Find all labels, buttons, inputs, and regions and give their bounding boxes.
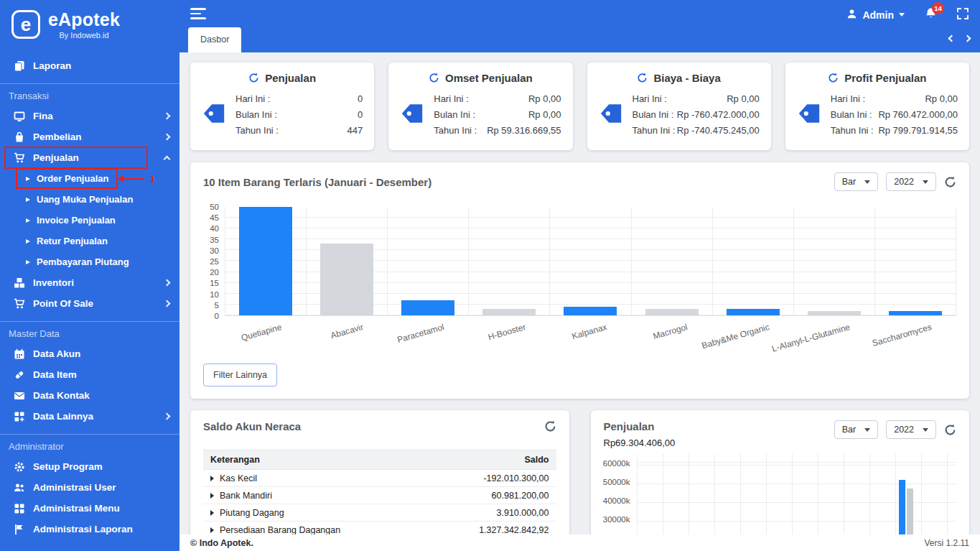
users-icon <box>13 482 25 494</box>
chart-type-value: Bar <box>842 177 856 187</box>
sidebar-subitem-retur-penjualan[interactable]: Retur Penjualan <box>0 231 179 251</box>
saldo-row[interactable]: Kas Kecil-192.010.300,00 <box>203 470 556 487</box>
chart-total-value: Rp69.304.406,00 <box>604 437 676 448</box>
refresh-icon[interactable] <box>944 424 956 436</box>
caret-down-icon <box>899 13 905 17</box>
sidebar-subitem-label: Retur Penjualan <box>37 236 108 246</box>
sidebar-subitem-pembayaran-piutang[interactable]: Pembayaran Piutang <box>0 251 179 272</box>
y-tick-label: 30 <box>210 246 219 255</box>
chart-bar[interactable] <box>564 307 617 315</box>
stat-label: Tahun Ini : <box>235 123 279 139</box>
sidebar-item-point-of-sale[interactable]: Point Of Sale <box>0 293 179 314</box>
account-balance: -192.010.300,00 <box>483 473 549 483</box>
refresh-icon[interactable] <box>429 73 439 83</box>
tab-scroll-right-icon[interactable] <box>964 35 971 42</box>
app-logo: e <box>11 10 40 39</box>
caret-down-icon <box>864 180 870 184</box>
sidebar-subitem-uang-muka-penjualan[interactable]: Uang Muka Penjualan <box>0 189 179 210</box>
chart-bar[interactable] <box>482 309 536 315</box>
x-axis-label: Macrogol <box>652 322 689 341</box>
refresh-icon[interactable] <box>828 73 839 83</box>
expand-arrow-icon[interactable] <box>210 476 214 481</box>
stat-card-profit-penjualan: Profit Penjualan Hari Ini :Rp 0,00 Bulan… <box>785 62 969 150</box>
tab-dasbor[interactable]: Dasbor <box>188 27 241 52</box>
tag-icon <box>599 101 623 129</box>
sidebar-item-inventori[interactable]: Inventori <box>0 272 179 293</box>
sidebar-item-fina[interactable]: Fina <box>0 106 179 126</box>
chart-bar[interactable] <box>889 311 942 315</box>
tab-scroll-left-icon[interactable] <box>948 35 956 42</box>
tag-icon <box>202 101 226 129</box>
sidebar-subitem-order-penjualan[interactable]: Order Penjualan 1 <box>0 168 179 189</box>
refresh-icon[interactable] <box>944 176 956 188</box>
sidebar-item-data-akun[interactable]: Data Akun <box>0 343 179 364</box>
sidebar-item-laporan[interactable]: Laporan <box>0 55 179 76</box>
sidebar-item-label: Setup Program <box>33 461 103 472</box>
notifications-button[interactable]: 14 <box>925 7 937 22</box>
sidebar-item-administrasi-user[interactable]: Administrasi User <box>0 477 179 498</box>
refresh-icon[interactable] <box>544 420 556 432</box>
stat-value: Rp 0,00 <box>528 91 561 107</box>
sidebar-item-pembelian[interactable]: Pembelian <box>0 126 179 147</box>
chevron-right-icon <box>164 279 171 287</box>
chart-bar[interactable] <box>727 309 780 315</box>
sidebar-item-administrasi-menu[interactable]: Administrasi Menu <box>0 498 179 519</box>
stat-label: Hari Ini : <box>235 91 270 107</box>
y-tick-label: 10 <box>210 290 219 299</box>
x-axis-label: Quetiapine <box>240 322 283 343</box>
chart-bar[interactable] <box>239 207 292 315</box>
sidebar-item-administrasi-laporan[interactable]: Administrasi Laporan <box>0 519 179 540</box>
stat-value: Rp 0,00 <box>528 107 561 123</box>
sidebar: e eApotek By Indoweb.id Laporan Transaks… <box>0 0 179 551</box>
sidebar-item-label: Inventori <box>33 277 74 288</box>
sidebar-item-data-lainnya[interactable]: Data Lainnya <box>0 406 179 427</box>
chart-year-select[interactable]: 2022 <box>886 420 936 439</box>
chart-bar[interactable] <box>320 244 373 315</box>
app-subtitle: By Indoweb.id <box>59 31 108 40</box>
fullscreen-button[interactable] <box>957 8 969 22</box>
sidebar-item-data-item[interactable]: Data Item <box>0 364 179 385</box>
monitor-icon <box>13 111 25 122</box>
sidebar-item-data-kontak[interactable]: Data Kontak <box>0 385 179 406</box>
refresh-icon[interactable] <box>637 73 648 83</box>
arrow-right-icon <box>26 198 30 202</box>
chart-bar[interactable] <box>645 309 699 315</box>
account-name: Bank Mandiri <box>220 491 272 501</box>
arrow-right-icon <box>26 177 30 181</box>
refresh-icon[interactable] <box>248 73 259 83</box>
shopping-bag-icon <box>13 131 25 143</box>
chart-year-select[interactable]: 2022 <box>886 172 936 191</box>
y-tick-label: 45 <box>210 213 219 222</box>
footer: © Indo Apotek. Versi 1.2.11 <box>179 534 980 551</box>
pages-icon <box>13 60 25 72</box>
user-menu[interactable]: Admin <box>846 9 905 22</box>
filter-lainnya-button[interactable]: Filter Lainnya <box>203 364 277 386</box>
sidebar-item-setup-program[interactable]: Setup Program <box>0 456 179 477</box>
saldo-row[interactable]: Piutang Dagang3.910.000,00 <box>203 504 556 522</box>
divider <box>0 83 179 84</box>
chart-type-select[interactable]: Bar <box>834 172 878 191</box>
main-content: Penjualan Hari Ini :0 Bulan Ini :0 Tahun… <box>179 52 980 551</box>
stat-value: 0 <box>358 91 363 107</box>
chart-bar[interactable] <box>808 311 861 315</box>
expand-arrow-icon[interactable] <box>210 510 214 516</box>
sidebar-item-penjualan[interactable]: Penjualan <box>0 147 179 168</box>
chart-bar[interactable] <box>401 300 454 315</box>
menu-toggle-icon[interactable] <box>190 8 207 22</box>
y-tick-label: 15 <box>210 279 219 287</box>
saldo-row[interactable]: Bank Mandiri60.981.200,00 <box>203 487 556 504</box>
stat-value: Rp -740.475.245,00 <box>677 123 760 139</box>
expand-arrow-icon[interactable] <box>210 493 214 499</box>
x-axis-label: Saccharomyces <box>871 322 933 348</box>
column-keterangan: Keterangan <box>210 455 260 465</box>
terlaris-y-axis: 05101520253035404550 <box>203 207 225 316</box>
copyright-text: © Indo Apotek. <box>190 538 253 548</box>
expand-arrow-icon[interactable] <box>210 527 214 533</box>
sidebar-item-label: Data Kontak <box>33 390 90 401</box>
annotation-arrow <box>123 178 144 180</box>
chart-title: Penjualan <box>604 420 676 432</box>
sidebar-subitem-invoice-penjualan[interactable]: Invoice Penjualan <box>0 210 179 231</box>
pos-cart-icon <box>13 298 25 310</box>
chart-type-select[interactable]: Bar <box>834 420 878 439</box>
sidebar-item-label: Administrasi Laporan <box>33 524 133 534</box>
